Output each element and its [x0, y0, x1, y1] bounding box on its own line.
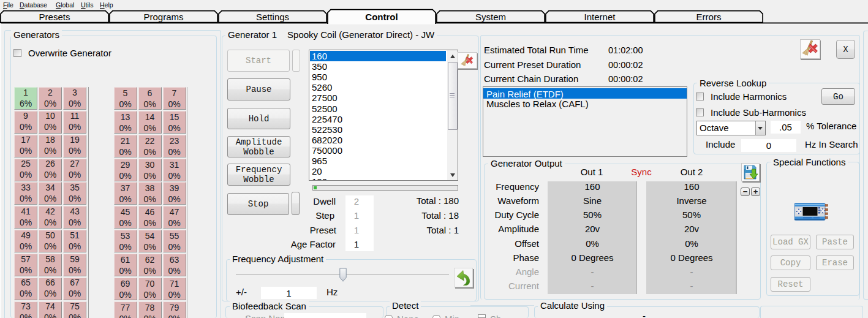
- svg-text:Errors: Errors: [696, 12, 722, 22]
- svg-text:Presets: Presets: [39, 12, 70, 22]
- svg-text:Settings: Settings: [256, 12, 289, 22]
- svg-text:Programs: Programs: [143, 12, 183, 22]
- svg-text:System: System: [475, 12, 506, 22]
- svg-text:Control: Control: [365, 12, 398, 22]
- svg-text:Internet: Internet: [584, 12, 616, 22]
